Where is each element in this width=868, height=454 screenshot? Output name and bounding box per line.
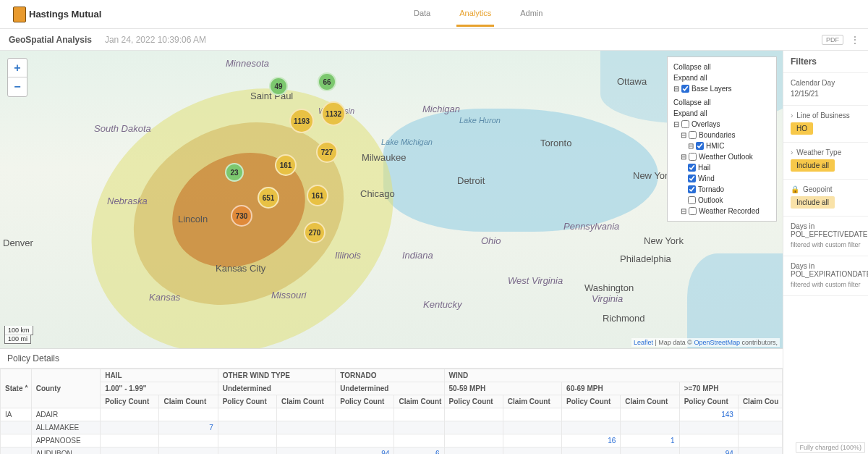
col-county[interactable]: County	[31, 369, 101, 408]
hail-checkbox[interactable]	[688, 164, 696, 172]
map-city: Toronto	[540, 138, 571, 148]
cell-value	[159, 408, 218, 421]
filters-header: Filters	[783, 51, 868, 73]
cluster-marker[interactable]: 49	[269, 77, 288, 96]
cell-value: 6	[394, 447, 444, 455]
cell-value	[738, 421, 782, 434]
hmic-checkbox[interactable]	[696, 142, 704, 150]
cluster-marker[interactable]: 1193	[289, 109, 314, 133]
layer-base[interactable]: ⊟ Base Layers	[673, 83, 770, 94]
cluster-marker[interactable]: 651	[258, 187, 279, 209]
layer-collapse-all[interactable]: Collapse all	[673, 62, 770, 72]
more-menu-icon[interactable]: ⋮	[851, 35, 859, 45]
cell-value	[394, 434, 444, 447]
filter-exp-note: filtered with custom filter	[791, 281, 861, 288]
leaflet-link[interactable]: Leaflet	[634, 339, 653, 346]
layer-panel: Collapse all Expand all ⊟ Base Layers Co…	[667, 56, 777, 222]
col-state[interactable]: State ˄	[1, 369, 32, 408]
cell-state	[1, 421, 32, 434]
filter-calendar-label: Calendar Day	[791, 79, 861, 87]
map-city: Lincoln	[178, 214, 208, 224]
boundaries-checkbox[interactable]	[689, 131, 697, 139]
cluster-marker[interactable]: 730	[231, 205, 252, 227]
nav-data[interactable]: Data	[411, 1, 433, 27]
cluster-marker[interactable]: 161	[307, 185, 328, 206]
col-tornado[interactable]: TORNADO	[336, 369, 444, 382]
osm-link[interactable]: OpenStreetMap	[694, 339, 740, 346]
cluster-marker[interactable]: 727	[316, 141, 338, 163]
layer-hmic[interactable]: ⊟ HMIC	[673, 140, 770, 151]
tornado-checkbox[interactable]	[688, 185, 696, 193]
filter-geopoint[interactable]: 🔒Geopoint Include all	[783, 180, 868, 217]
layer-overlays[interactable]: ⊟ Overlays	[673, 119, 770, 130]
cell-value	[276, 408, 335, 421]
table-row[interactable]: IAADAIR143	[1, 408, 783, 421]
filter-effective-date[interactable]: Days in POL_EFFECTIVEDATE filtered with …	[783, 217, 868, 256]
nav-admin[interactable]: Admin	[517, 1, 545, 27]
cell-value	[562, 421, 621, 434]
cell-value: 94	[336, 447, 394, 455]
wind-checkbox[interactable]	[688, 175, 696, 182]
filter-lob[interactable]: ›Line of Business HO	[783, 106, 868, 143]
cell-value: 94	[679, 447, 738, 455]
col-cc: Claim Cou	[738, 395, 782, 408]
layer-expand-all-2[interactable]: Expand all	[673, 108, 770, 119]
table-row[interactable]: AUDUBON94694	[1, 447, 783, 455]
col-tornado-sub: Undetermined	[336, 382, 444, 395]
table-row[interactable]: APPANOOSE161	[1, 434, 783, 447]
zoom-out-button[interactable]: −	[8, 77, 27, 96]
cell-value: 16	[562, 434, 621, 447]
layer-recorded[interactable]: ⊟ Weather Recorded	[673, 206, 770, 217]
cell-value	[101, 447, 159, 455]
filter-weather[interactable]: ›Weather Type Include all	[783, 143, 868, 180]
cell-value	[101, 421, 159, 434]
col-other-wind[interactable]: OTHER WIND TYPE	[218, 369, 336, 382]
cluster-marker[interactable]: 270	[304, 222, 326, 243]
map-canvas[interactable]: + − 49 66 1193 1132 23 161 727 651 161 7…	[0, 51, 783, 349]
layer-tornado[interactable]: Tornado	[673, 184, 770, 195]
filter-eff-label-1: Days in	[791, 222, 814, 230]
filter-calendar[interactable]: Calendar Day 12/15/21	[783, 73, 868, 106]
layer-wind[interactable]: Wind	[673, 173, 770, 184]
policy-details-table: Policy Details State ˄ County HAIL	[0, 349, 783, 454]
nav-analytics[interactable]: Analytics	[456, 1, 494, 27]
recorded-checkbox[interactable]	[689, 207, 697, 215]
col-cc: Claim Count	[276, 395, 335, 408]
filter-weather-value[interactable]: Include all	[791, 159, 835, 172]
col-pc: Policy Count	[562, 395, 621, 408]
cluster-marker[interactable]: 161	[275, 154, 297, 176]
cell-value	[621, 408, 679, 421]
layer-boundaries[interactable]: ⊟ Boundaries	[673, 130, 770, 140]
filter-lob-value[interactable]: HO	[791, 122, 813, 135]
export-pdf-button[interactable]: PDF	[822, 35, 843, 45]
outlook-checkbox[interactable]	[688, 196, 696, 204]
col-hail[interactable]: HAIL	[101, 369, 218, 382]
cluster-marker[interactable]: 1132	[321, 101, 346, 126]
filter-geopoint-value[interactable]: Include all	[791, 196, 835, 209]
col-cc: Claim Count	[621, 395, 679, 408]
filter-calendar-value: 12/15/21	[791, 90, 861, 98]
table-row[interactable]: ALLAMAKEE7	[1, 421, 783, 434]
cell-value	[444, 421, 503, 434]
col-wind[interactable]: WIND	[444, 369, 782, 382]
filter-exp-label-1: Days in	[791, 262, 814, 270]
cell-value	[444, 447, 503, 455]
filter-lob-label: Line of Business	[796, 112, 849, 119]
cluster-marker[interactable]: 66	[318, 72, 336, 91]
layer-weather-outlook-group[interactable]: ⊟ Weather Outlook	[673, 151, 770, 162]
base-layers-checkbox[interactable]	[681, 85, 689, 93]
map-city: Richmond	[603, 313, 645, 324]
layer-collapse-all-2[interactable]: Collapse all	[673, 97, 770, 108]
layer-expand-all[interactable]: Expand all	[673, 72, 770, 83]
layer-outlook[interactable]: Outlook	[673, 195, 770, 206]
weather-outlook-checkbox[interactable]	[689, 153, 697, 161]
cluster-marker[interactable]: 23	[225, 163, 244, 182]
cell-state	[1, 434, 32, 447]
zoom-in-button[interactable]: +	[8, 59, 27, 77]
filter-expiration-date[interactable]: Days in POL_EXPIRATIONDATE filtered with…	[783, 256, 868, 296]
cell-county: AUDUBON	[31, 447, 101, 455]
layer-hail[interactable]: Hail	[673, 162, 770, 173]
cell-value	[276, 434, 335, 447]
overlays-checkbox[interactable]	[681, 120, 689, 128]
map-city: Milwaukee	[362, 152, 406, 163]
